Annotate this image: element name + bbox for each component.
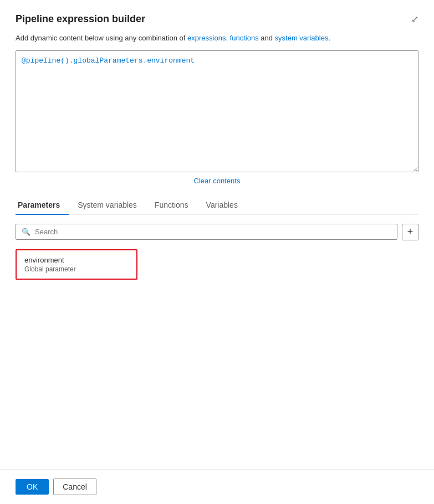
search-icon: 🔍	[22, 228, 30, 236]
footer: OK Cancel	[0, 469, 434, 504]
tab-system-variables[interactable]: System variables	[69, 196, 146, 215]
search-box: 🔍	[16, 224, 397, 240]
ok-button[interactable]: OK	[16, 479, 49, 495]
parameter-name: environment	[24, 256, 129, 264]
dialog-container: Pipeline expression builder ⤢ Add dynami…	[0, 0, 434, 469]
tabs-row: Parameters System variables Functions Va…	[16, 196, 418, 215]
search-row: 🔍 +	[16, 224, 418, 240]
description-prefix: Add dynamic content below using any comb…	[16, 34, 187, 42]
description-and: and	[259, 34, 275, 42]
tab-functions[interactable]: Functions	[146, 196, 197, 215]
expression-editor[interactable]	[16, 50, 418, 172]
tab-parameters[interactable]: Parameters	[16, 196, 69, 215]
expand-icon[interactable]: ⤢	[411, 14, 418, 24]
dialog-title: Pipeline expression builder	[16, 13, 145, 25]
title-row: Pipeline expression builder ⤢	[16, 13, 418, 25]
clear-contents-button[interactable]: Clear contents	[16, 177, 418, 185]
parameter-item[interactable]: environment Global parameter	[16, 249, 137, 280]
search-input[interactable]	[35, 228, 391, 236]
system-variables-link[interactable]: system variables	[275, 34, 329, 42]
expressions-functions-link[interactable]: expressions, functions	[187, 34, 259, 42]
tab-variables[interactable]: Variables	[197, 196, 247, 215]
parameter-type: Global parameter	[24, 265, 129, 273]
cancel-button[interactable]: Cancel	[53, 479, 96, 495]
description: Add dynamic content below using any comb…	[16, 33, 418, 44]
description-suffix: .	[328, 34, 330, 42]
add-parameter-button[interactable]: +	[402, 224, 418, 240]
